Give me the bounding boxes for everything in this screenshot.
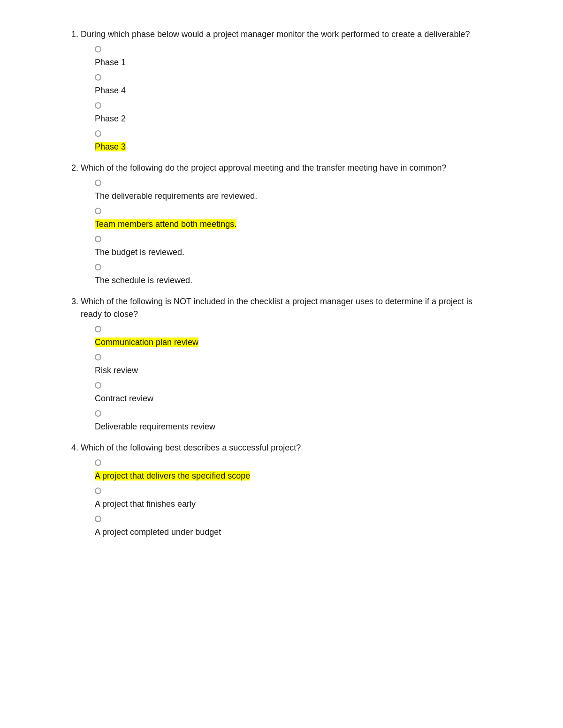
option-label: A project that delivers the specified sc… <box>95 471 250 480</box>
question-4: Which of the following best describes a … <box>81 442 493 539</box>
radio-icon[interactable] <box>95 459 101 466</box>
question-1: During which phase below would a project… <box>81 28 493 153</box>
option-radio-1b[interactable] <box>95 72 493 84</box>
radio-icon[interactable] <box>95 130 101 137</box>
option-label: Contract review <box>95 394 153 403</box>
radio-icon[interactable] <box>95 382 101 389</box>
radio-icon[interactable] <box>95 208 101 214</box>
radio-icon[interactable] <box>95 236 101 242</box>
option-text-2c: The budget is reviewed. <box>95 246 493 259</box>
option-label: The schedule is reviewed. <box>95 276 192 285</box>
option-text-4c: A project completed under budget <box>95 526 493 539</box>
option-text-4a: A project that delivers the specified sc… <box>95 470 493 482</box>
option-text-1b: Phase 4 <box>95 84 493 97</box>
option-label: The deliverable requirements are reviewe… <box>95 191 257 201</box>
radio-icon[interactable] <box>95 46 101 53</box>
option-text-2a: The deliverable requirements are reviewe… <box>95 190 493 203</box>
quiz-container: During which phase below would a project… <box>70 19 493 539</box>
question-2-options: The deliverable requirements are reviewe… <box>81 177 493 287</box>
option-text-4b: A project that finishes early <box>95 498 493 510</box>
option-radio-3a[interactable] <box>95 323 493 336</box>
question-2-text: Which of the following do the project ap… <box>81 163 446 173</box>
question-3: Which of the following is NOT included i… <box>81 295 493 433</box>
question-1-text: During which phase below would a project… <box>81 30 470 39</box>
option-label: Team members attend both meetings. <box>95 219 236 229</box>
option-radio-4c[interactable] <box>95 513 493 526</box>
option-label: Communication plan review <box>95 338 198 347</box>
radio-icon[interactable] <box>95 74 101 81</box>
option-radio-4a[interactable] <box>95 457 493 470</box>
option-text-3a: Communication plan review <box>95 336 493 349</box>
option-radio-2d[interactable] <box>95 262 493 274</box>
option-radio-1c[interactable] <box>95 100 493 113</box>
option-radio-2c[interactable] <box>95 233 493 246</box>
option-text-2d: The schedule is reviewed. <box>95 274 493 287</box>
option-radio-1a[interactable] <box>95 44 493 56</box>
option-radio-2a[interactable] <box>95 177 493 190</box>
questions-list: During which phase below would a project… <box>70 28 493 539</box>
radio-icon[interactable] <box>95 180 101 186</box>
option-radio-2b[interactable] <box>95 205 493 218</box>
radio-icon[interactable] <box>95 326 101 332</box>
option-label: Phase 1 <box>95 58 126 67</box>
radio-icon[interactable] <box>95 264 101 270</box>
option-label: Phase 3 <box>95 142 126 151</box>
option-text-1a: Phase 1 <box>95 56 493 69</box>
option-text-3b: Risk review <box>95 364 493 377</box>
option-radio-3c[interactable] <box>95 380 493 392</box>
option-label: Phase 2 <box>95 114 126 123</box>
radio-icon[interactable] <box>95 516 101 522</box>
radio-icon[interactable] <box>95 354 101 360</box>
option-label: Phase 4 <box>95 86 126 95</box>
option-text-1c: Phase 2 <box>95 113 493 125</box>
option-text-2b: Team members attend both meetings. <box>95 218 493 231</box>
option-label: Deliverable requirements review <box>95 422 215 431</box>
option-label: The budget is reviewed. <box>95 248 184 257</box>
question-4-options: A project that delivers the specified sc… <box>81 457 493 539</box>
option-label: Risk review <box>95 366 138 375</box>
option-radio-4b[interactable] <box>95 485 493 498</box>
option-text-1d: Phase 3 <box>95 141 493 153</box>
radio-icon[interactable] <box>95 488 101 494</box>
question-3-options: Communication plan reviewRisk reviewCont… <box>81 323 493 433</box>
option-label: A project that finishes early <box>95 499 196 509</box>
radio-icon[interactable] <box>95 102 101 109</box>
option-radio-1d[interactable] <box>95 128 493 141</box>
option-text-3c: Contract review <box>95 392 493 405</box>
question-3-text: Which of the following is NOT included i… <box>81 297 472 319</box>
question-2: Which of the following do the project ap… <box>81 162 493 287</box>
option-text-3d: Deliverable requirements review <box>95 420 493 433</box>
option-radio-3d[interactable] <box>95 408 493 420</box>
option-label: A project completed under budget <box>95 527 221 537</box>
question-4-text: Which of the following best describes a … <box>81 443 301 452</box>
radio-icon[interactable] <box>95 410 101 417</box>
question-1-options: Phase 1Phase 4Phase 2Phase 3 <box>81 44 493 153</box>
option-radio-3b[interactable] <box>95 352 493 364</box>
